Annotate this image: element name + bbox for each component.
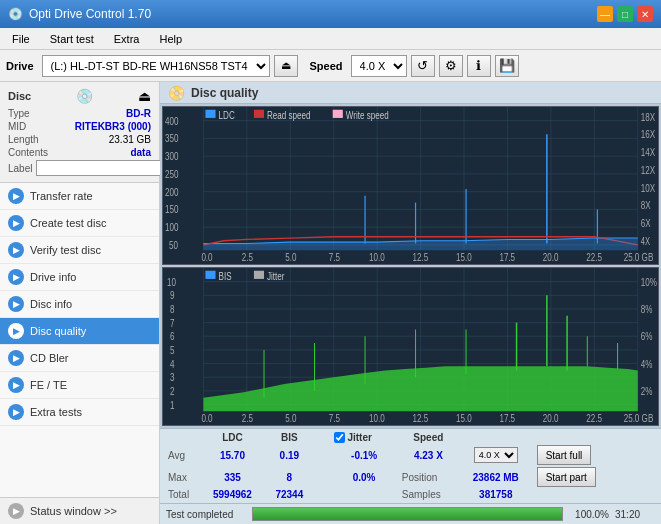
sidebar-item-fe-te[interactable]: ▶ FE / TE (0, 372, 159, 399)
sidebar-item-cd-bler[interactable]: ▶ CD Bler (0, 345, 159, 372)
svg-text:12.5: 12.5 (413, 251, 429, 264)
svg-text:5.0: 5.0 (285, 251, 296, 264)
settings-button[interactable]: ⚙ (439, 55, 463, 77)
disc-label-input[interactable] (36, 160, 169, 176)
disc-length-label: Length (8, 134, 39, 145)
svg-text:400: 400 (165, 115, 178, 128)
disc-panel-icon: 💿 (76, 88, 93, 104)
svg-text:50: 50 (169, 239, 178, 252)
jitter-checkbox[interactable] (334, 432, 345, 443)
speed-dropdown[interactable]: 4.0 X 2.0 X (474, 447, 518, 463)
svg-text:12X: 12X (641, 164, 656, 177)
disc-quality-header-icon: 📀 (168, 85, 185, 101)
sidebar-item-drive-info[interactable]: ▶ Drive info (0, 264, 159, 291)
sidebar-item-extra-tests[interactable]: ▶ Extra tests (0, 399, 159, 426)
cd-bler-label: CD Bler (30, 352, 69, 364)
charts-area: 400 350 300 250 200 150 100 50 18X 16X 1… (160, 104, 661, 428)
disc-label-label: Label (8, 163, 32, 174)
drive-toolbar: Drive (L:) HL-DT-ST BD-RE WH16NS58 TST4 … (0, 50, 661, 82)
svg-text:6X: 6X (641, 217, 651, 230)
avg-ldc: 15.70 (202, 444, 263, 466)
svg-rect-109 (254, 271, 264, 279)
menu-start-test[interactable]: Start test (42, 31, 102, 47)
disc-info-label: Disc info (30, 298, 72, 310)
svg-text:300: 300 (165, 150, 178, 163)
maximize-button[interactable]: □ (617, 6, 633, 22)
menubar: File Start test Extra Help (0, 28, 661, 50)
disc-length-value: 23.31 GB (109, 134, 151, 145)
svg-text:150: 150 (165, 203, 178, 216)
svg-text:20.0: 20.0 (543, 412, 559, 425)
ldc-chart-svg: 400 350 300 250 200 150 100 50 18X 16X 1… (163, 107, 658, 264)
svg-text:18X: 18X (641, 110, 656, 123)
titlebar: 💿 Opti Drive Control 1.70 — □ ✕ (0, 0, 661, 28)
status-window-section: ▶ Status window >> (0, 497, 159, 524)
bis-col-header: BIS (263, 431, 316, 444)
status-window-icon: ▶ (8, 503, 24, 519)
disc-eject-icon[interactable]: ⏏ (138, 88, 151, 104)
disc-mid-value: RITEKBR3 (000) (75, 121, 151, 132)
svg-text:2.5: 2.5 (242, 251, 253, 264)
extra-tests-label: Extra tests (30, 406, 82, 418)
svg-text:0.0: 0.0 (201, 412, 212, 425)
menu-extra[interactable]: Extra (106, 31, 148, 47)
progress-bar-fill (253, 508, 562, 520)
svg-text:22.5: 22.5 (586, 251, 602, 264)
svg-text:2%: 2% (641, 385, 653, 398)
svg-text:2: 2 (170, 385, 174, 398)
svg-text:8: 8 (170, 303, 174, 316)
progress-area: Test completed 100.0% 31:20 (160, 503, 661, 524)
samples-label: Samples (398, 488, 459, 501)
avg-bis: 0.19 (263, 444, 316, 466)
total-bis: 72344 (263, 488, 316, 501)
sidebar-item-transfer-rate[interactable]: ▶ Transfer rate (0, 183, 159, 210)
svg-text:LDC: LDC (219, 109, 235, 122)
stats-table: LDC BIS Jitter Speed (164, 431, 657, 501)
svg-text:15.0: 15.0 (456, 251, 472, 264)
app-title: Opti Drive Control 1.70 (29, 7, 151, 21)
drive-select[interactable]: (L:) HL-DT-ST BD-RE WH16NS58 TST4 (42, 55, 270, 77)
disc-mid-label: MID (8, 121, 26, 132)
disc-type-label: Type (8, 108, 30, 119)
speed-select[interactable]: 4.0 X 2.0 X 1.0 X (351, 55, 407, 77)
svg-text:Write speed: Write speed (346, 109, 389, 122)
window-controls[interactable]: — □ ✕ (597, 6, 653, 22)
close-button[interactable]: ✕ (637, 6, 653, 22)
status-window-item[interactable]: ▶ Status window >> (0, 498, 159, 524)
save-button[interactable]: 💾 (495, 55, 519, 77)
sidebar-item-verify-test-disc[interactable]: ▶ Verify test disc (0, 237, 159, 264)
refresh-button[interactable]: ↺ (411, 55, 435, 77)
disc-quality-label: Disc quality (30, 325, 86, 337)
sidebar-item-disc-info[interactable]: ▶ Disc info (0, 291, 159, 318)
sidebar-item-disc-quality[interactable]: ▶ Disc quality (0, 318, 159, 345)
info-button[interactable]: ℹ (467, 55, 491, 77)
sidebar-item-create-test-disc[interactable]: ▶ Create test disc (0, 210, 159, 237)
total-label: Total (164, 488, 202, 501)
svg-text:5.0: 5.0 (285, 412, 296, 425)
svg-text:Read speed: Read speed (267, 109, 311, 122)
menu-help[interactable]: Help (151, 31, 190, 47)
eject-button[interactable]: ⏏ (274, 55, 298, 77)
minimize-button[interactable]: — (597, 6, 613, 22)
svg-text:BIS: BIS (219, 270, 232, 283)
speed-label: Speed (310, 60, 343, 72)
progress-time: 31:20 (615, 509, 655, 520)
svg-text:Jitter: Jitter (267, 270, 285, 283)
svg-text:0.0: 0.0 (201, 251, 212, 264)
svg-text:200: 200 (165, 186, 178, 199)
start-part-button[interactable]: Start part (537, 467, 596, 487)
progress-percent: 100.0% (569, 509, 609, 520)
position-value: 23862 MB (459, 466, 533, 488)
avg-label: Avg (164, 444, 202, 466)
svg-text:15.0: 15.0 (456, 412, 472, 425)
start-full-button[interactable]: Start full (537, 445, 592, 465)
drive-info-icon: ▶ (8, 269, 24, 285)
menu-file[interactable]: File (4, 31, 38, 47)
disc-quality-icon: ▶ (8, 323, 24, 339)
drive-label: Drive (6, 60, 34, 72)
svg-rect-46 (333, 110, 343, 118)
disc-type-value: BD-R (126, 108, 151, 119)
position-label: Position (398, 466, 459, 488)
progress-bar (252, 507, 563, 521)
disc-info-icon: ▶ (8, 296, 24, 312)
